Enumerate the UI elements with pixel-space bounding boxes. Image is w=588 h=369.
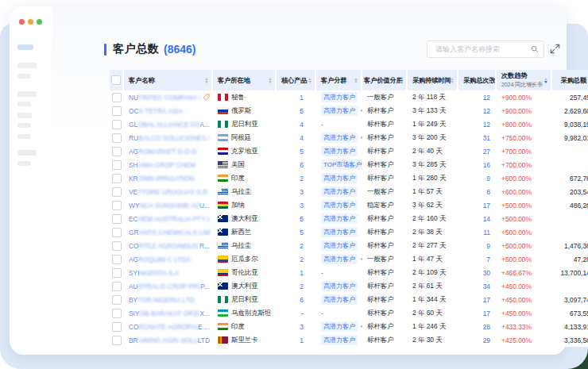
core-product-count[interactable]: 5 [300,215,304,223]
segment-tag[interactable]: 高潜力客户 [321,200,358,210]
row-checkbox[interactable] [112,187,122,197]
segment-tag[interactable]: 高潜力客户 [321,92,358,102]
customer-name-link[interactable]: OCS TETRA ASIA [129,107,183,115]
sort-icon[interactable] [487,78,492,83]
customer-name-link[interactable]: GLOBAL ALLIANCE FOR CHEMICA... [129,121,210,129]
segment-tag[interactable]: - [321,120,323,129]
customer-name-link[interactable]: SIYOB BARAKAT ORZU FERMER X... [129,309,210,317]
row-checkbox[interactable] [112,201,122,210]
table-row[interactable]: SIYOB BARAKAT ORZU FERMER X... 乌兹别克斯坦 - … [110,306,588,320]
segment-tag[interactable]: - [321,309,323,317]
search-icon[interactable] [531,45,539,53]
table-row[interactable]: NUTRITEC COMPANY S.A.C 秘鲁 1 高潜力客户 一般客户 2… [110,90,588,104]
customer-name-link[interactable]: AGROQUIM C LTDA [129,256,191,263]
customer-search-box[interactable] [427,40,544,58]
customer-name-link[interactable]: AGROMARKET D.O.O [129,148,196,156]
table-row[interactable]: VETTORE URUGUAY S.R.L 乌拉圭 3 高潜力客户 一般客户 1… [110,185,588,198]
row-checkbox[interactable] [112,228,122,237]
table-row[interactable]: AGROQUIM C LTDA 厄瓜多尔 2 高潜力客户 +1 一般客户 1 年… [110,252,588,266]
customer-name-link[interactable]: NUTRITEC COMPANY S.A.C [129,94,200,102]
purchase-count[interactable]: 28 [483,323,490,331]
row-checkbox[interactable] [112,282,122,291]
core-product-count[interactable]: 2 [300,256,304,263]
segment-tag[interactable]: - [321,268,323,277]
purchase-count[interactable]: 27 [483,148,490,156]
table-row[interactable]: CORTEZ AGROINDUSTRIAL ALIANZ R... 乌拉圭 2 … [110,239,588,252]
sort-icon[interactable] [449,78,454,83]
purchase-count[interactable]: 11 [483,229,490,236]
purchase-count[interactable]: 31 [483,134,490,142]
core-product-count[interactable]: 5 [300,148,304,156]
row-checkbox[interactable] [112,241,122,251]
row-checkbox[interactable] [112,106,122,116]
sort-icon[interactable] [543,78,547,83]
sort-icon[interactable] [267,78,272,83]
segment-tag[interactable]: 高潜力客户 [321,281,358,291]
purchase-count[interactable]: 29 [483,336,490,344]
customer-name-link[interactable]: RUBALCO SOLUCIONES S.A [129,134,210,142]
core-product-count[interactable]: 3 [300,323,304,331]
customer-name-link[interactable]: BRAINING AGRI SOLUTIONS PVT LTD [129,336,210,344]
segment-tag[interactable]: 高潜力客户 [321,213,358,224]
search-input[interactable] [434,44,531,54]
purchase-count[interactable]: 7 [486,256,490,263]
table-row[interactable]: WYNCA SUNSHINE AGRO PRODU... 加纳 3 高潜力客户 … [110,198,588,212]
core-product-count[interactable]: 6 [300,161,304,169]
row-checkbox[interactable] [112,309,122,318]
core-product-count[interactable]: 5 [300,229,304,236]
core-product-count[interactable]: 3 [300,202,304,209]
table-row[interactable]: BYTOR NIGERIA LTD 尼日利亚 6 高潜力客户 标杆客户 1 年 … [110,293,588,306]
purchase-count[interactable]: 12 [483,121,490,129]
customer-name-link[interactable]: CORONATE AGROPACK PRIVATE ... [129,323,210,331]
sort-icon[interactable] [353,78,358,83]
table-row[interactable]: CORONATE AGROPACK PRIVATE ... 印度 3 高潜力客户… [110,320,588,333]
table-row[interactable]: KROWN IRRIGATION 印度 2 高潜力客户 标杆客户 1 年 280… [110,171,588,185]
row-checkbox[interactable] [112,295,122,305]
core-product-count[interactable]: 4 [300,121,304,129]
purchase-count[interactable]: 8 [486,188,490,196]
purchase-count[interactable]: 30 [483,269,490,277]
core-product-count[interactable]: 2 [300,283,304,290]
row-checkbox[interactable] [112,147,122,156]
sort-icon[interactable] [398,78,403,83]
segment-tag[interactable]: 高潜力客户 [321,294,358,305]
segment-tag[interactable]: 高潜力客户 [321,240,358,251]
purchase-count[interactable]: 12 [483,94,490,102]
table-row[interactable]: BRAINING AGRI SOLUTIONS PVT LTD 斯里兰卡 1 高… [110,333,588,347]
core-product-count[interactable]: 1 [300,336,304,344]
core-product-count[interactable]: 5 [300,107,304,115]
table-row[interactable]: ECHEM AUSTRALIA PTY LIMITED 澳大利亚 5 高潜力客户… [110,212,588,225]
purchase-count[interactable]: 12 [483,107,490,115]
row-checkbox[interactable] [112,133,122,143]
row-checkbox[interactable] [112,214,122,224]
table-row[interactable]: GLOBAL ALLIANCE FOR CHEMICA... 尼日利亚 4 - … [110,117,588,131]
sidebar-skeleton-bar-active[interactable] [17,44,33,50]
segment-tag[interactable]: 高潜力客户 [321,227,358,237]
sort-icon[interactable] [307,78,311,83]
table-row[interactable]: AGROMARKET D.O.O 克罗地亚 5 高潜力客户 标杆客户 2 年 4… [110,144,588,158]
segment-tag[interactable]: 高潜力客户 [321,133,358,143]
customer-name-link[interactable]: GRANTS CHEMICALS LIMITED [129,229,210,236]
row-checkbox[interactable] [112,322,122,332]
row-checkbox[interactable] [112,336,122,345]
table-row[interactable]: AUSTRALIS CROP PROTECTION P... 澳大利亚 2 高潜… [110,279,588,293]
core-product-count[interactable]: 4 [300,134,304,142]
fullscreen-expand-icon[interactable] [550,44,560,54]
customer-name-link[interactable]: BYTOR NIGERIA LTD [129,296,195,304]
customer-name-link[interactable]: WYNCA SUNSHINE AGRO PRODU... [129,202,210,209]
purchase-count[interactable]: 34 [483,283,490,290]
row-checkbox[interactable] [112,93,122,102]
purchase-count[interactable]: 17 [483,309,490,317]
purchase-count[interactable]: 17 [483,296,490,304]
customer-name-link[interactable]: CORTEZ AGROINDUSTRIAL ALIANZ R... [129,242,210,250]
customer-name-link[interactable]: ECHEM AUSTRALIA PTY LIMITED [129,215,210,223]
segment-tag[interactable]: 高潜力客户 [321,186,358,197]
segment-tag[interactable]: 高潜力客户 [321,146,358,156]
customer-name-link[interactable]: SHANIA CROP CHEM [129,161,195,169]
sort-icon[interactable] [203,78,208,83]
table-row[interactable]: SYINGENTA S.A 哥伦比亚 1 - 标杆客户 2 年 109 天 30… [110,266,588,279]
purchase-count[interactable]: 14 [483,215,490,223]
core-product-count[interactable]: 6 [300,296,304,304]
core-product-count[interactable]: 1 [300,269,304,277]
segment-tag[interactable]: 高潜力客户 [321,254,358,264]
